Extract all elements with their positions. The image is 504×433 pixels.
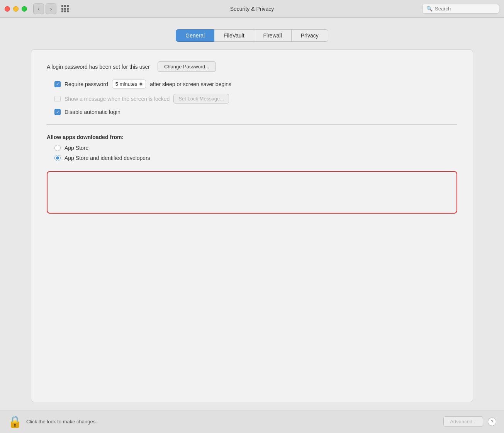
- search-icon: 🔍: [426, 6, 433, 12]
- radio-app-store[interactable]: [54, 145, 61, 151]
- disable-autologin-row: ✓ Disable automatic login: [54, 109, 457, 115]
- section-divider: [47, 124, 457, 125]
- traffic-lights: [5, 6, 27, 12]
- lock-icon[interactable]: 🔒: [8, 415, 22, 429]
- grid-icon: [61, 5, 69, 12]
- bottom-right: Advanced... ?: [443, 416, 496, 427]
- tab-bar: General FileVault Firewall Privacy: [31, 29, 473, 42]
- settings-panel: A login password has been set for this u…: [31, 49, 473, 402]
- close-button[interactable]: [5, 6, 10, 12]
- show-message-checkbox[interactable]: [54, 96, 61, 102]
- titlebar: ‹ › Security & Privacy 🔍: [0, 0, 504, 18]
- require-password-checkbox[interactable]: ✓: [54, 81, 61, 87]
- window-title: Security & Privacy: [230, 6, 274, 12]
- show-message-label: Show a message when the screen is locked: [64, 96, 170, 102]
- dropdown-value: 5 minutes: [115, 81, 137, 87]
- radio-app-store-dev-label: App Store and identified developers: [64, 155, 150, 161]
- lock-text: Click the lock to make changes.: [26, 419, 97, 425]
- tab-general[interactable]: General: [176, 29, 214, 42]
- tab-firewall[interactable]: Firewall: [254, 29, 292, 42]
- require-password-label: Require password: [64, 81, 108, 87]
- bottom-bar: 🔒 Click the lock to make changes. Advanc…: [0, 410, 504, 433]
- lock-symbol: 🔒: [8, 415, 22, 428]
- require-password-row: ✓ Require password 5 minutes after sleep…: [54, 80, 457, 88]
- after-sleep-label: after sleep or screen saver begins: [150, 81, 231, 87]
- maximize-button[interactable]: [22, 6, 27, 12]
- nav-buttons: ‹ ›: [33, 3, 56, 14]
- grid-button[interactable]: [59, 3, 70, 14]
- checkboxes-section: ✓ Require password 5 minutes after sleep…: [54, 80, 457, 115]
- minimize-button[interactable]: [13, 6, 19, 12]
- main-content: General FileVault Firewall Privacy A log…: [0, 18, 504, 410]
- back-button[interactable]: ‹: [33, 3, 44, 14]
- download-section: Allow apps downloaded from: App Store Ap…: [47, 134, 457, 214]
- password-section: A login password has been set for this u…: [47, 61, 457, 72]
- password-time-dropdown[interactable]: 5 minutes: [112, 80, 146, 88]
- download-title: Allow apps downloaded from:: [47, 134, 457, 140]
- search-bar[interactable]: 🔍: [422, 4, 499, 14]
- show-message-row: Show a message when the screen is locked…: [54, 94, 457, 104]
- red-highlight-box: [47, 171, 457, 214]
- search-input[interactable]: [435, 6, 495, 12]
- advanced-button[interactable]: Advanced...: [443, 416, 483, 427]
- change-password-button[interactable]: Change Password...: [158, 61, 216, 72]
- radio-options: App Store App Store and identified devel…: [54, 145, 457, 161]
- forward-button[interactable]: ›: [46, 3, 56, 14]
- tab-privacy[interactable]: Privacy: [292, 29, 328, 42]
- disable-autologin-checkbox[interactable]: ✓: [54, 109, 61, 115]
- radio-app-store-label: App Store: [64, 145, 88, 151]
- radio-app-store-dev[interactable]: [54, 155, 61, 161]
- password-label: A login password has been set for this u…: [47, 64, 150, 70]
- disable-autologin-label: Disable automatic login: [64, 109, 120, 115]
- set-lock-message-button[interactable]: Set Lock Message...: [173, 94, 229, 104]
- help-button[interactable]: ?: [488, 418, 496, 426]
- tab-filevault[interactable]: FileVault: [214, 29, 254, 42]
- radio-app-store-dev-row: App Store and identified developers: [54, 155, 457, 161]
- radio-app-store-row: App Store: [54, 145, 457, 151]
- stepper-icon: [139, 82, 143, 86]
